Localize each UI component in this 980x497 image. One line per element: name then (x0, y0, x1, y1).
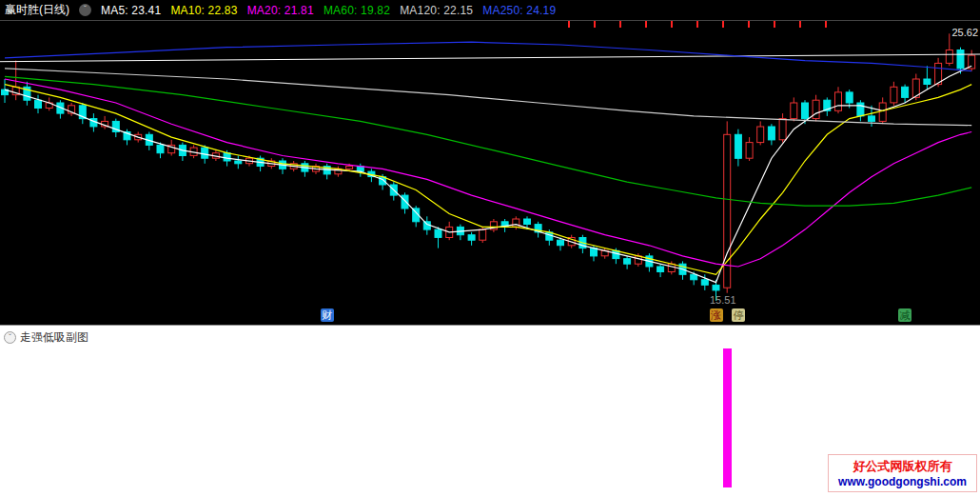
ma5-legend: MA5: 23.41 (101, 4, 161, 17)
ma250-legend: MA250: 24.19 (482, 4, 556, 17)
price-high-label: 25.62 (951, 27, 978, 38)
ma120-legend: MA120: 22.15 (400, 4, 473, 17)
stock-chart-app: 赢时胜(日线) ˇ MA5: 23.41 MA10: 22.83 MA20: 2… (0, 0, 980, 497)
ma20-legend: MA20: 21.81 (247, 4, 314, 17)
event-marker[interactable]: 财 (321, 308, 334, 322)
indicator-header: ˇ 走强低吸副图 (4, 329, 88, 346)
price-low-label: 15.51 (710, 294, 736, 306)
ma60-legend: MA60: 19.82 (323, 4, 390, 17)
copyright-url[interactable]: www.goodgongshi.com (838, 475, 967, 488)
indicator-signal-bar (723, 348, 732, 487)
stock-title: 赢时胜(日线) (5, 2, 69, 18)
indicator-title: 走强低吸副图 (20, 329, 88, 346)
event-marker[interactable]: 减 (898, 308, 911, 322)
chart-canvas[interactable] (0, 21, 980, 325)
event-marker[interactable]: 涨 (710, 308, 723, 322)
event-marker[interactable]: 停 (732, 308, 745, 322)
indicator-panel: ˇ 走强低吸副图 好公式网版权所有 www.goodgongshi.com (0, 325, 980, 497)
ma10-legend: MA10: 22.83 (170, 4, 237, 17)
collapse-circle-icon[interactable]: ˇ (4, 331, 16, 344)
candlestick-chart[interactable]: 25.62 15.51 财涨停减 (0, 21, 980, 325)
copyright-box: 好公式网版权所有 www.goodgongshi.com (828, 454, 977, 492)
copyright-text: 好公式网版权所有 (838, 458, 967, 475)
chart-header: 赢时胜(日线) ˇ MA5: 23.41 MA10: 22.83 MA20: 2… (0, 0, 980, 21)
chevron-down-circle-icon[interactable]: ˇ (79, 4, 91, 16)
